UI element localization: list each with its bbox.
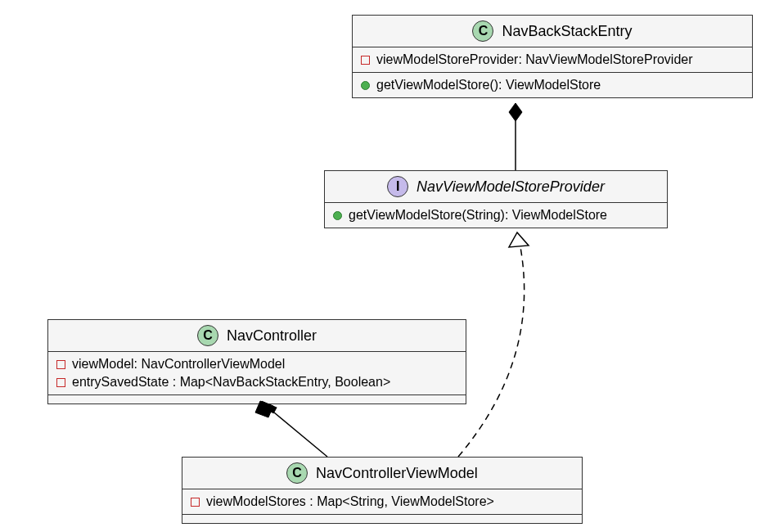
class-badge-icon: C xyxy=(197,325,218,346)
class-nav-back-stack-entry: C NavBackStackEntry viewModelStoreProvid… xyxy=(352,15,753,98)
methods-section-empty xyxy=(182,515,582,523)
fields-section: viewModel: NavControllerViewModel entryS… xyxy=(48,352,466,395)
interface-header: I NavViewModelStoreProvider xyxy=(325,171,667,203)
class-nav-controller: C NavController viewModel: NavController… xyxy=(47,319,466,404)
private-visibility-icon xyxy=(56,360,65,369)
composition-diamond-icon xyxy=(509,103,522,121)
class-badge-icon: C xyxy=(286,462,308,484)
realization-line xyxy=(458,247,525,457)
field-text: entrySavedState : Map<NavBackStackEntry,… xyxy=(72,375,390,390)
class-header: C NavControllerViewModel xyxy=(182,458,582,489)
method-text: getViewModelStore(): ViewModelStore xyxy=(376,78,601,92)
field-row: viewModel: NavControllerViewModel xyxy=(56,355,457,373)
public-visibility-icon xyxy=(361,81,370,90)
class-name-label: NavControllerViewModel xyxy=(316,465,478,482)
field-row: entrySavedState : Map<NavBackStackEntry,… xyxy=(56,373,457,391)
field-text: viewModelStoreProvider: NavViewModelStor… xyxy=(376,52,693,67)
interface-badge-icon: I xyxy=(387,176,408,197)
method-row: getViewModelStore(): ViewModelStore xyxy=(361,76,744,94)
methods-section-empty xyxy=(48,395,466,404)
class-name-label: NavBackStackEntry xyxy=(502,23,632,40)
interface-name-label: NavViewModelStoreProvider xyxy=(417,178,605,196)
public-visibility-icon xyxy=(333,211,342,220)
field-row: viewModelStores : Map<String, ViewModelS… xyxy=(191,493,574,511)
class-badge-icon: C xyxy=(472,20,493,42)
method-row: getViewModelStore(String): ViewModelStor… xyxy=(333,206,659,224)
private-visibility-icon xyxy=(361,56,370,65)
class-nav-controller-view-model: C NavControllerViewModel viewModelStores… xyxy=(182,457,583,524)
class-header: C NavController xyxy=(48,320,466,352)
class-header: C NavBackStackEntry xyxy=(353,16,752,47)
fields-section: viewModelStores : Map<String, ViewModelS… xyxy=(182,489,582,515)
field-text: viewModelStores : Map<String, ViewModelS… xyxy=(206,494,494,509)
fields-section: viewModelStoreProvider: NavViewModelStor… xyxy=(353,47,752,73)
interface-nav-view-model-store-provider: I NavViewModelStoreProvider getViewModel… xyxy=(324,170,668,228)
field-text: viewModel: NavControllerViewModel xyxy=(72,357,285,372)
class-name-label: NavController xyxy=(227,327,317,345)
methods-section: getViewModelStore(): ViewModelStore xyxy=(353,73,752,97)
composition-line xyxy=(274,413,327,457)
field-row: viewModelStoreProvider: NavViewModelStor… xyxy=(361,51,744,69)
methods-section: getViewModelStore(String): ViewModelStor… xyxy=(325,203,667,228)
method-text: getViewModelStore(String): ViewModelStor… xyxy=(349,208,607,223)
private-visibility-icon xyxy=(191,498,200,507)
private-visibility-icon xyxy=(56,378,65,387)
realization-arrow-icon xyxy=(509,232,529,247)
